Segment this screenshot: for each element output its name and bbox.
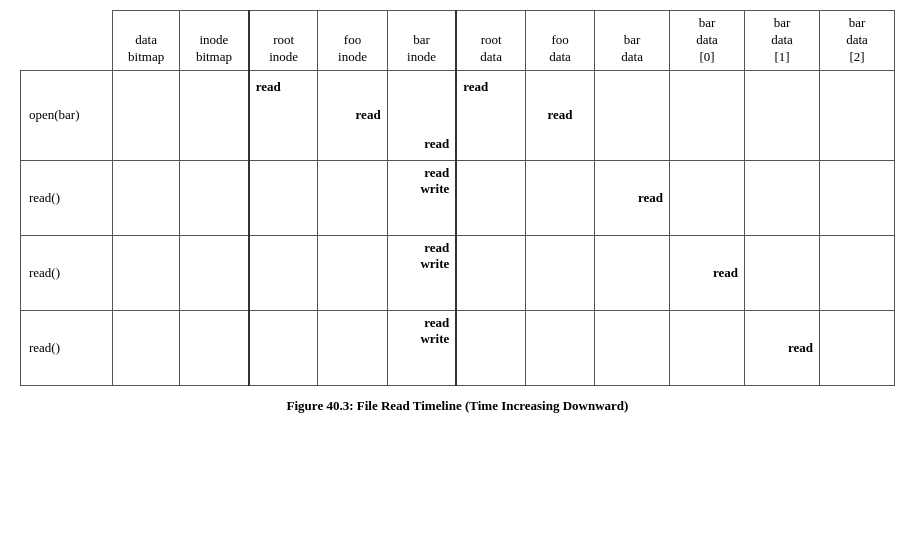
header-foo-data: foo data <box>525 11 594 71</box>
figure-caption: Figure 40.3: File Read Timeline (Time In… <box>287 398 629 414</box>
cell-r3-c1 <box>113 235 180 310</box>
cell-r1-bar-data-0 <box>670 70 745 160</box>
cell-r1-root-data: read <box>456 70 525 160</box>
header-bar-data-1: bar data [1] <box>745 11 820 71</box>
cell-r1-c1 <box>113 70 180 160</box>
header-root-data: root data <box>456 11 525 71</box>
cell-r4-c1 <box>113 310 180 385</box>
cell-r2-root-inode <box>249 160 318 235</box>
header-root-inode: root inode <box>249 11 318 71</box>
cell-r1-root-inode: read <box>249 70 318 160</box>
table-row: read() read write read <box>21 235 895 310</box>
cell-r4-c2 <box>180 310 249 385</box>
cell-r1-bar-inode: read <box>387 70 456 160</box>
cell-r2-bar-data-1 <box>745 160 820 235</box>
cell-r1-c2 <box>180 70 249 160</box>
header-bar-inode: bar inode <box>387 11 456 71</box>
table-row: read() read write read <box>21 160 895 235</box>
cell-r4-foo-data <box>525 310 594 385</box>
table-row: open(bar) read read read read read <box>21 70 895 160</box>
cell-r3-bar-inode: read write <box>387 235 456 310</box>
cell-r2-root-data <box>456 160 525 235</box>
cell-r4-bar-data <box>595 310 670 385</box>
cell-r2-bar-data-0 <box>670 160 745 235</box>
timeline-table: data bitmap inode bitmap root inode foo … <box>20 10 895 386</box>
header-bar-data-2: bar data [2] <box>819 11 894 71</box>
header-data-bitmap: data bitmap <box>113 11 180 71</box>
cell-r3-bar-data-0: read <box>670 235 745 310</box>
cell-r4-bar-data-0 <box>670 310 745 385</box>
cell-r2-c2 <box>180 160 249 235</box>
figure-title: File Read Timeline (Time Increasing Down… <box>357 398 629 413</box>
header-foo-inode: foo inode <box>318 11 387 71</box>
cell-r2-bar-data-2 <box>819 160 894 235</box>
row-label-read3: read() <box>21 310 113 385</box>
header-empty <box>21 11 113 71</box>
cell-r1-foo-inode: read <box>318 70 387 160</box>
cell-r1-bar-data-1 <box>745 70 820 160</box>
cell-r3-foo-data <box>525 235 594 310</box>
row-label-open-bar: open(bar) <box>21 70 113 160</box>
cell-r4-root-data <box>456 310 525 385</box>
cell-r4-bar-inode: read write <box>387 310 456 385</box>
cell-r3-bar-data-1 <box>745 235 820 310</box>
cell-r2-foo-data <box>525 160 594 235</box>
row-label-read2: read() <box>21 235 113 310</box>
cell-r4-bar-data-2 <box>819 310 894 385</box>
cell-r3-bar-data <box>595 235 670 310</box>
cell-r3-root-inode <box>249 235 318 310</box>
cell-r1-bar-data-2 <box>819 70 894 160</box>
cell-r2-bar-inode: read write <box>387 160 456 235</box>
cell-r4-root-inode <box>249 310 318 385</box>
cell-r3-c2 <box>180 235 249 310</box>
header-inode-bitmap: inode bitmap <box>180 11 249 71</box>
cell-r3-bar-data-2 <box>819 235 894 310</box>
cell-r1-foo-data: read <box>525 70 594 160</box>
cell-r1-bar-data <box>595 70 670 160</box>
cell-r4-foo-inode <box>318 310 387 385</box>
figure-label: Figure 40.3: <box>287 398 354 413</box>
cell-r2-c1 <box>113 160 180 235</box>
cell-r3-foo-inode <box>318 235 387 310</box>
header-bar-data-0: bar data [0] <box>670 11 745 71</box>
cell-r2-foo-inode <box>318 160 387 235</box>
cell-r3-root-data <box>456 235 525 310</box>
cell-r2-bar-data: read <box>595 160 670 235</box>
main-table-container: data bitmap inode bitmap root inode foo … <box>20 10 895 386</box>
cell-r4-bar-data-1: read <box>745 310 820 385</box>
table-row: read() read write read <box>21 310 895 385</box>
row-label-read1: read() <box>21 160 113 235</box>
header-bar-data: bar data <box>595 11 670 71</box>
